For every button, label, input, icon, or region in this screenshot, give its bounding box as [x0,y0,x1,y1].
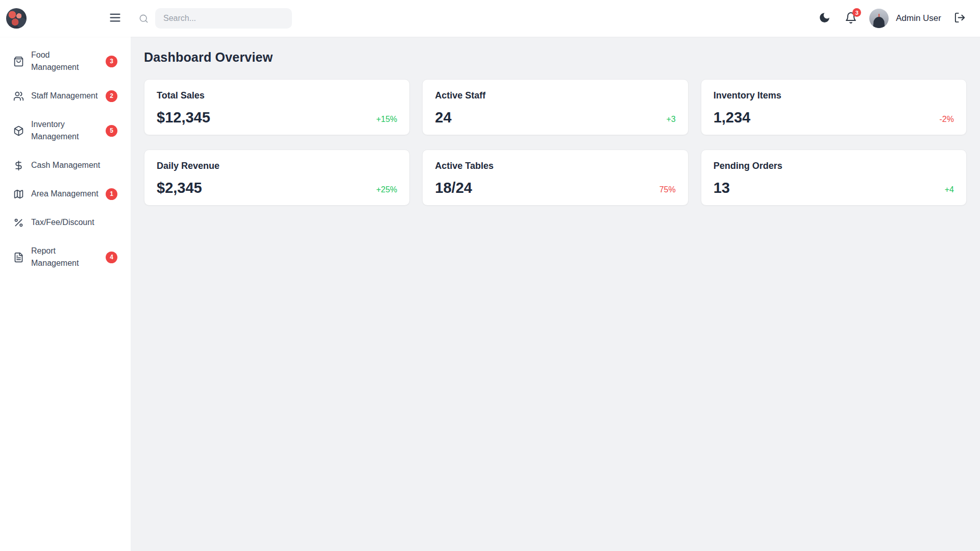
stat-card-title: Active Staff [435,90,675,101]
stat-card-value: $12,345 [157,110,210,125]
hamburger-icon [108,11,122,26]
stat-card-inventory-items: Inventory Items 1,234 -2% [701,79,967,135]
notification-count-badge: 3 [852,8,861,17]
search-area [139,8,292,29]
sidebar-item-food-management[interactable]: Food Management 3 [0,45,131,78]
stat-card-title: Inventory Items [714,90,954,101]
sidebar-item-staff-management[interactable]: Staff Management 2 [0,86,131,106]
user-avatar[interactable] [869,9,889,28]
user-name-label: Admin User [896,13,941,23]
sidebar-item-area-management[interactable]: Area Management 1 [0,184,131,204]
stat-card-daily-revenue: Daily Revenue $2,345 +25% [144,149,410,206]
main-content: Dashboard Overview Total Sales $12,345 +… [131,37,980,551]
sidebar-item-tax-fee-discount[interactable]: Tax/Fee/Discount [0,212,131,233]
shopping-bag-icon [13,56,24,67]
sidebar-nav: Food Management 3 Staff Management 2 Inv… [0,45,131,273]
dollar-sign-icon [13,160,24,171]
stat-card-value: 1,234 [714,110,751,125]
hamburger-menu-button[interactable] [107,11,122,26]
stat-card-title: Daily Revenue [157,161,397,171]
sidebar-item-badge: 2 [106,90,117,102]
stat-card-pending-orders: Pending Orders 13 +4 [701,149,967,206]
search-input[interactable] [155,8,292,29]
stat-card-title: Total Sales [157,90,397,101]
sidebar-item-badge: 5 [106,125,117,137]
app-logo[interactable] [6,8,27,29]
stat-card-change: +25% [376,185,397,194]
stat-card-value: $2,345 [157,180,202,195]
stats-cards-grid: Total Sales $12,345 +15% Active Staff 24… [144,79,967,206]
percent-icon [13,217,24,228]
header-right-group: 3 Admin User [816,9,968,28]
page-title: Dashboard Overview [144,50,967,65]
logout-icon [954,12,966,25]
stat-card-value: 24 [435,110,451,125]
stat-card-change: +15% [376,115,397,124]
sidebar-item-inventory-management[interactable]: Inventory Management 5 [0,114,131,147]
stat-card-total-sales: Total Sales $12,345 +15% [144,79,410,135]
package-icon [13,126,24,136]
moon-icon [818,11,831,26]
stat-card-change: +4 [945,185,954,194]
sidebar-item-badge: 3 [106,56,117,67]
file-text-icon [13,252,24,263]
users-icon [13,91,24,102]
stat-card-active-staff: Active Staff 24 +3 [422,79,688,135]
dark-mode-toggle[interactable] [816,10,832,27]
sidebar-item-badge: 1 [106,188,117,200]
sidebar: Food Management 3 Staff Management 2 Inv… [0,37,131,551]
stat-card-change: -2% [940,115,954,124]
stat-card-change: +3 [666,115,675,124]
app-root: 3 Admin User Food Management 3 Staff Man… [0,0,980,551]
map-icon [13,189,24,199]
stat-card-value: 13 [714,180,730,195]
stat-card-title: Active Tables [435,161,675,171]
sidebar-item-badge: 4 [106,252,117,263]
notifications-button[interactable]: 3 [843,10,859,27]
search-icon [139,14,149,23]
sidebar-item-report-management[interactable]: Report Management 4 [0,241,131,273]
stat-card-value: 18/24 [435,180,472,195]
logout-button[interactable] [951,10,968,27]
stat-card-title: Pending Orders [714,161,954,171]
stat-card-change: 75% [659,185,676,194]
sidebar-item-cash-management[interactable]: Cash Management [0,155,131,176]
top-bar: 3 Admin User [0,0,980,37]
stat-card-active-tables: Active Tables 18/24 75% [422,149,688,206]
